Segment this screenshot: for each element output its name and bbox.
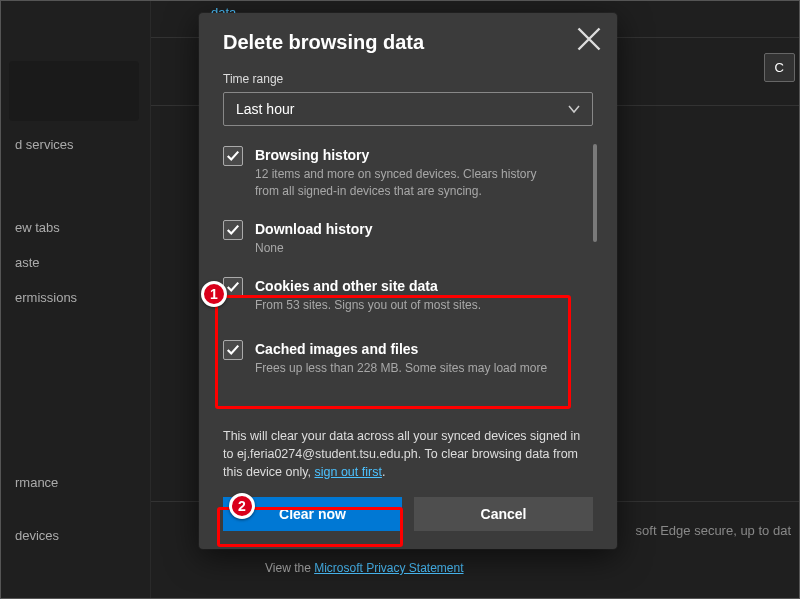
item-desc: None [255,240,372,257]
item-cached: Cached images and files Frees up less th… [223,334,583,391]
checkbox-download-history[interactable] [223,220,243,240]
item-desc: 12 items and more on synced devices. Cle… [255,166,555,200]
item-desc: Frees up less than 228 MB. Some sites ma… [255,360,547,377]
clear-now-button[interactable]: Clear now [223,497,402,531]
chevron-down-icon [568,103,580,115]
check-icon [226,223,240,237]
privacy-statement-link[interactable]: Microsoft Privacy Statement [314,561,463,575]
sidebar-item[interactable]: aste [1,245,150,280]
settings-sidebar: d services ew tabs aste ermissions rmanc… [1,1,151,599]
cancel-button[interactable]: Cancel [414,497,593,531]
close-button[interactable] [575,25,603,53]
check-icon [226,149,240,163]
dialog-title: Delete browsing data [223,31,424,54]
sidebar-item[interactable]: ew tabs [1,210,150,245]
scrollbar[interactable] [593,144,597,242]
time-range-value: Last hour [236,101,294,117]
checkbox-cached[interactable] [223,340,243,360]
delete-browsing-data-dialog: Delete browsing data Time range Last hou… [199,13,617,549]
close-icon [575,25,603,53]
item-title: Browsing history [255,146,555,164]
checkbox-browsing-history[interactable] [223,146,243,166]
item-cookies: Cookies and other site data From 53 site… [223,271,583,334]
item-title: Cookies and other site data [255,277,481,295]
item-desc: From 53 sites. Signs you out of most sit… [255,297,481,314]
check-icon [226,343,240,357]
data-type-list: Browsing history 12 items and more on sy… [223,140,593,425]
item-browsing-history: Browsing history 12 items and more on sy… [223,140,583,214]
sign-out-link[interactable]: sign out first [314,465,381,479]
item-download-history: Download history None [223,214,583,271]
privacy-statement-line: View the Microsoft Privacy Statement [265,561,464,575]
sidebar-item[interactable]: ermissions [1,280,150,315]
check-icon [226,280,240,294]
checkbox-cookies[interactable] [223,277,243,297]
sync-note: This will clear your data across all you… [223,427,593,481]
item-title: Download history [255,220,372,238]
background-right-button[interactable]: C [764,53,795,82]
sidebar-item[interactable]: devices [1,518,150,553]
time-range-label: Time range [223,72,593,86]
sidebar-item[interactable]: d services [1,127,150,162]
item-title: Cached images and files [255,340,547,358]
sidebar-item[interactable]: rmance [1,465,150,500]
time-range-select[interactable]: Last hour [223,92,593,126]
